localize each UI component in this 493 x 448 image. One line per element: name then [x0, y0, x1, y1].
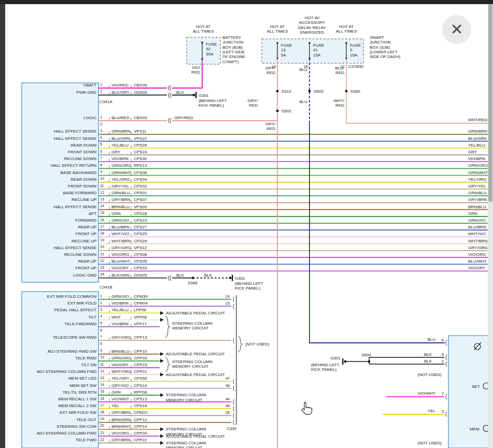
arrow — [160, 435, 164, 438]
circuit-code: VPS11 — [134, 129, 147, 134]
connector-id: C341A — [100, 99, 112, 104]
wire-name: GRY/RED — [265, 122, 276, 131]
wire-name: GRY/ORG — [111, 245, 131, 250]
wire-color-edge-label: GRY — [468, 150, 477, 154]
connector-arc: ( — [233, 406, 235, 412]
splice-id: S385 — [188, 281, 198, 285]
wire-name: GRY/YEL — [111, 184, 130, 189]
wire-name: BLU — [427, 337, 435, 342]
pin-label: FORWARD — [75, 218, 96, 223]
wire-name: WHT/VIO — [111, 232, 129, 236]
pin-number: 5 — [100, 321, 102, 325]
ground-bar — [342, 358, 343, 365]
circuit-code: CPS06 — [134, 170, 147, 175]
circuit-code: VPP08 — [134, 315, 147, 320]
pin-label: REAR DOWN — [71, 177, 96, 182]
wire-color-edge-label: GRN/BLU — [468, 191, 487, 195]
circuit-code: CPS55 — [134, 376, 147, 381]
pin-number: 8 — [100, 342, 102, 345]
wire-name: GRN — [111, 211, 121, 216]
circuit-code: RPS13 — [134, 163, 147, 168]
connector-arc: ( — [233, 385, 235, 391]
splice-id: S380 — [350, 89, 360, 94]
pin-number: 13 — [100, 376, 104, 380]
pin-label: ADJ STEERING COLUMN FWD — [36, 431, 96, 436]
wire-name: BLU/RED — [111, 115, 130, 120]
splice-dot — [308, 90, 311, 93]
wire-name: GRY — [111, 150, 121, 154]
wire-name: YEL/BLU — [111, 143, 129, 148]
pin-label: VBATT — [83, 83, 96, 88]
dest-pin-number: 28 — [226, 410, 230, 415]
connector-arc: ( — [445, 394, 447, 399]
close-button[interactable]: ✕ — [442, 15, 471, 44]
pin-label: HALL EFFECT SENSE — [54, 245, 96, 250]
pin-number: 21 — [100, 252, 104, 256]
wire-name: GRN/ORG — [111, 356, 131, 360]
dest-pin-number: 24 — [226, 294, 230, 299]
circuit-code: RPP06 — [134, 390, 147, 395]
ground-note: (BEHIND LEFTKICK PANEL) — [235, 281, 263, 291]
circuit-code: CPS02 — [134, 184, 147, 189]
circuit-code: CPP10 — [134, 349, 147, 354]
inline-connector: (( — [168, 118, 172, 123]
pin-number: 9 — [100, 170, 102, 174]
pin-label: RECLINE UP — [72, 197, 96, 202]
wire-name: YEL/ORG — [111, 177, 130, 182]
wire-name: GRN — [111, 390, 121, 395]
wire-color-edge-label: BLU/GRN — [468, 136, 487, 141]
pin-number: 5 — [442, 352, 444, 357]
circuit-code: CBX03 — [134, 115, 147, 120]
circuit-code: CPS07 — [134, 197, 147, 202]
pin-number: 21 — [100, 431, 104, 435]
hot-label: HOT ATALL TIMES — [336, 24, 357, 34]
pin-number: 2 — [100, 90, 102, 93]
circuit-code: CBX05 — [134, 83, 147, 88]
pin-label: TEL/TIL SNS RTN — [63, 390, 97, 395]
bjb-box — [187, 37, 220, 64]
circuit-code: LPP06 — [134, 308, 147, 312]
circuit-destination: STEERING COLUMNMEMORY CIRCUIT — [166, 393, 206, 402]
wire-color-edge-label: GRY/ORG — [468, 245, 488, 250]
wire-name: GRY/RED — [174, 115, 193, 120]
pin-number: 8 — [100, 163, 102, 167]
pin-label: TELE FWD/RWD — [64, 322, 96, 326]
pin-label: REAR DOWN — [71, 143, 96, 148]
not-used-label: (NOT USED) — [245, 342, 270, 346]
bjb-label: BATTERYJUNCTIONBOX (BJB)(LEFT SIDEOF ENG… — [222, 35, 245, 64]
scrollbar-thumb[interactable] — [488, 4, 492, 202]
arrow — [160, 318, 164, 322]
diagram-page[interactable]: VBATT1VIO/REDCBX05((PWR GND2BLK/GRYGD905… — [5, 4, 488, 448]
connector-arc: ( — [233, 420, 235, 425]
circuit-code: VPS10 — [134, 136, 147, 141]
pin-number: 3 — [100, 308, 102, 311]
circuit-code: CPS26 — [134, 143, 147, 148]
pin-number: 13 — [100, 197, 104, 201]
switch-label: MEM — [470, 427, 480, 431]
pin-label: RECLINE DOWN — [64, 252, 96, 257]
wire-name: VIO/RED — [191, 65, 201, 75]
pin-number: 7 — [100, 335, 102, 339]
wht-red-feed — [346, 59, 488, 123]
wire-color-edge-label: GRN/VIO — [468, 218, 486, 223]
scrollbar-track[interactable] — [488, 4, 493, 448]
circuit-code: VPP17 — [134, 322, 147, 326]
wire-name: BRN/BLU — [111, 349, 130, 354]
pin-number: 19 — [100, 417, 104, 421]
pin-number: 15 — [100, 211, 104, 214]
pin-number: 18 — [100, 410, 104, 414]
circuit-code: GD905 — [134, 273, 147, 278]
pin-number: 4 — [100, 314, 102, 318]
wire-color-edge-label: GRN — [468, 211, 477, 216]
wire-name: BRN/BLU — [111, 205, 130, 209]
pin-number: 1 — [100, 115, 102, 119]
dest-pin-number: 46 — [226, 383, 230, 388]
pin-number: 6 — [442, 338, 444, 342]
pin-label: LOGIC — [83, 115, 96, 120]
inline-connector: (( — [168, 92, 172, 98]
circuit-code: CPS28 — [134, 211, 147, 216]
switch-label: SET — [472, 384, 480, 389]
pin-number: 22 — [100, 259, 104, 263]
arrow — [160, 393, 164, 397]
connector-arc: ( — [233, 296, 235, 302]
